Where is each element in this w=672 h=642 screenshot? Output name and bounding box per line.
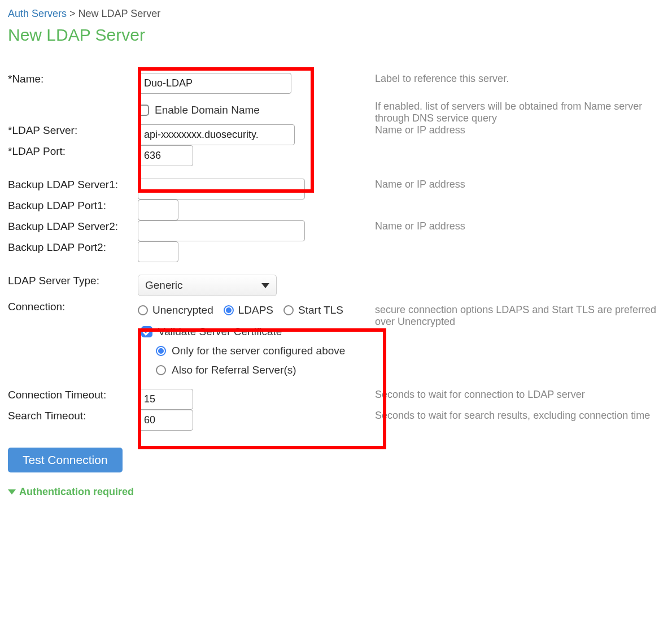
- ldap-server-hint: Name or IP address: [375, 124, 664, 145]
- conn-timeout-label: Connection Timeout:: [8, 389, 138, 410]
- breadcrumb-current: New LDAP Server: [78, 8, 161, 19]
- conn-timeout-hint: Seconds to wait for connection to LDAP s…: [375, 389, 664, 410]
- connection-hint: secure connection options LDAPS and Star…: [375, 301, 664, 389]
- name-input[interactable]: [138, 73, 291, 94]
- backup-server2-label: Backup LDAP Server2:: [8, 220, 138, 241]
- breadcrumb: Auth Servers > New LDAP Server: [8, 8, 664, 20]
- scope-also-label: Also for Referral Server(s): [172, 364, 296, 376]
- backup-port2-input[interactable]: [138, 241, 178, 262]
- server-type-value: Generic: [145, 279, 183, 292]
- chevron-down-icon: [8, 489, 16, 494]
- server-type-select[interactable]: Generic: [138, 275, 277, 296]
- scope-also-radio[interactable]: [156, 365, 166, 375]
- backup-port1-label: Backup LDAP Port1:: [8, 199, 138, 220]
- connection-label: Connection:: [8, 301, 138, 389]
- scope-only-radio[interactable]: [156, 346, 166, 356]
- backup-port1-input[interactable]: [138, 199, 178, 220]
- connection-starttls-label: Start TLS: [298, 304, 343, 316]
- breadcrumb-separator: >: [69, 8, 76, 19]
- backup-server1-label: Backup LDAP Server1:: [8, 179, 138, 199]
- enable-domain-hint: If enabled. list of servers will be obta…: [375, 101, 664, 124]
- enable-domain-label: Enable Domain Name: [155, 104, 260, 116]
- backup-server2-hint: Name or IP address: [375, 220, 664, 241]
- validate-cert-label: Validate Server Certificate: [158, 326, 282, 338]
- ldap-server-label: *LDAP Server:: [8, 124, 138, 145]
- search-timeout-input[interactable]: [138, 410, 193, 431]
- backup-server1-input[interactable]: [138, 179, 305, 199]
- conn-timeout-input[interactable]: [138, 389, 193, 410]
- connection-ldaps-radio[interactable]: [224, 305, 234, 315]
- backup-server1-hint: Name or IP address: [375, 179, 664, 199]
- enable-domain-checkbox[interactable]: [138, 105, 149, 116]
- scope-only-label: Only for the server configured above: [172, 345, 345, 357]
- auth-required-toggle[interactable]: Authentication required: [8, 486, 664, 498]
- ldap-server-input[interactable]: [138, 124, 295, 145]
- backup-port2-label: Backup LDAP Port2:: [8, 241, 138, 275]
- name-hint: Label to reference this server.: [375, 73, 664, 85]
- connection-ldaps-label: LDAPS: [238, 304, 273, 316]
- ldap-port-input[interactable]: [138, 145, 193, 166]
- backup-server2-input[interactable]: [138, 220, 305, 241]
- validate-cert-checkbox[interactable]: [141, 326, 152, 337]
- search-timeout-hint: Seconds to wait for search results, excl…: [375, 410, 664, 431]
- breadcrumb-parent[interactable]: Auth Servers: [8, 8, 67, 19]
- page-title: New LDAP Server: [8, 25, 664, 45]
- test-connection-button[interactable]: Test Connection: [8, 448, 123, 472]
- chevron-down-icon: [261, 283, 269, 288]
- connection-unencrypted-radio[interactable]: [138, 305, 148, 315]
- name-label: *Name:: [8, 73, 138, 124]
- search-timeout-label: Search Timeout:: [8, 410, 138, 431]
- ldap-port-label: *LDAP Port:: [8, 145, 138, 179]
- server-type-label: LDAP Server Type:: [8, 275, 138, 301]
- auth-required-label: Authentication required: [19, 486, 134, 498]
- connection-unencrypted-label: Unencrypted: [152, 304, 213, 316]
- connection-starttls-radio[interactable]: [283, 305, 294, 315]
- config-form: *Name: Enable Domain Name Label to refer…: [8, 73, 664, 431]
